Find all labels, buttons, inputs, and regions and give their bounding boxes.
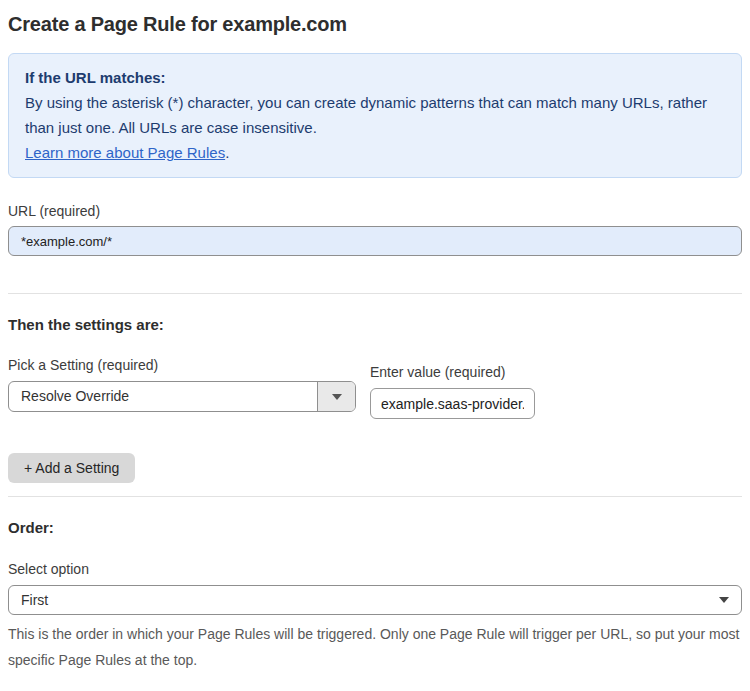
url-input[interactable] <box>8 226 742 256</box>
chevron-down-icon <box>719 597 729 603</box>
info-box-heading: If the URL matches: <box>25 65 725 90</box>
section-divider <box>8 496 742 497</box>
value-column: Enter value (required) <box>370 364 535 419</box>
learn-more-link[interactable]: Learn more about Page Rules <box>25 144 225 161</box>
create-page-rule-panel: Create a Page Rule for example.com If th… <box>0 0 750 691</box>
order-section-heading: Order: <box>8 519 742 536</box>
url-field-label: URL (required) <box>8 203 742 219</box>
info-box-body: By using the asterisk (*) character, you… <box>25 90 725 140</box>
setting-dropdown[interactable]: Resolve Override <box>8 381 356 412</box>
section-divider <box>8 293 742 294</box>
page-title: Create a Page Rule for example.com <box>8 0 742 36</box>
order-select-label: Select option <box>8 561 742 577</box>
link-period: . <box>225 144 229 161</box>
setting-dropdown-value: Resolve Override <box>9 382 317 411</box>
info-box-link-line: Learn more about Page Rules. <box>25 140 725 165</box>
settings-row: Pick a Setting (required) Resolve Overri… <box>8 357 742 419</box>
order-select-value: First <box>21 592 48 608</box>
order-select[interactable]: First <box>8 585 742 615</box>
add-setting-button[interactable]: + Add a Setting <box>8 453 135 483</box>
value-field-label: Enter value (required) <box>370 364 535 380</box>
order-help-text: This is the order in which your Page Rul… <box>8 621 742 673</box>
setting-column: Pick a Setting (required) Resolve Overri… <box>8 357 356 419</box>
setting-select-label: Pick a Setting (required) <box>8 357 356 373</box>
chevron-down-icon <box>332 394 342 400</box>
setting-dropdown-arrow-button[interactable] <box>317 382 355 411</box>
setting-value-input[interactable] <box>370 388 535 419</box>
url-match-info-box: If the URL matches: By using the asteris… <box>8 53 742 178</box>
settings-section-heading: Then the settings are: <box>8 316 742 333</box>
